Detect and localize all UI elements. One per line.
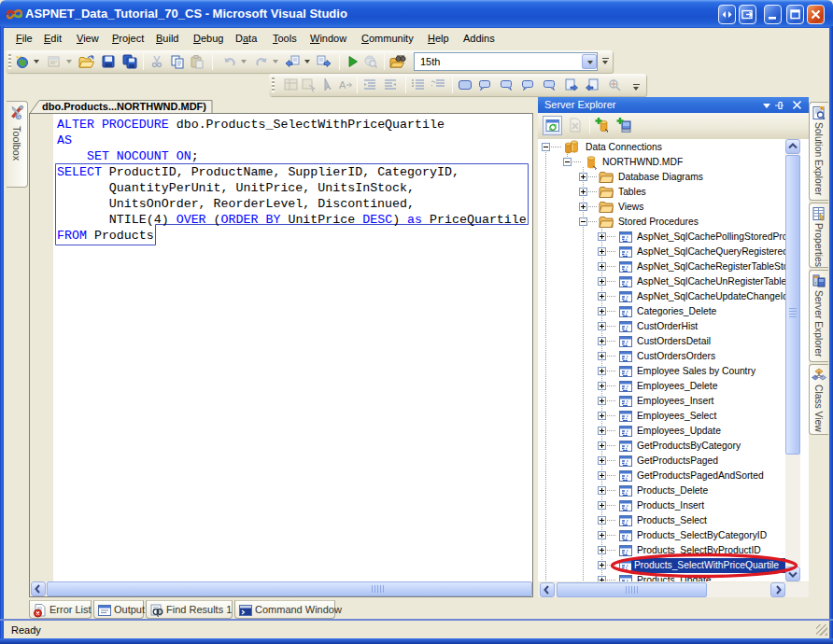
svg-text:A: A	[339, 79, 346, 91]
